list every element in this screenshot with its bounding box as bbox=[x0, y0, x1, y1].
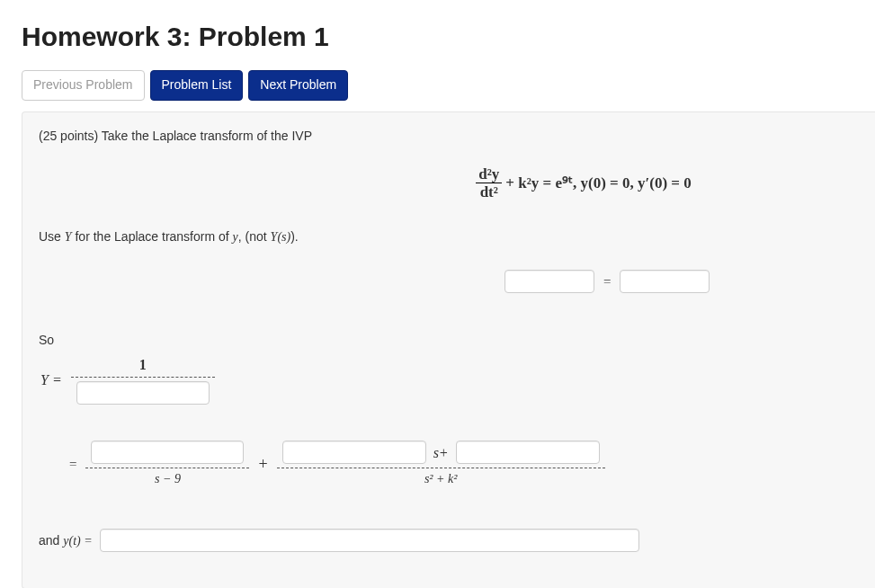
partial-fraction-row: = s − 9 + s+ s² + k² bbox=[69, 441, 859, 487]
problem-nav: Previous Problem Problem List Next Probl… bbox=[22, 70, 875, 101]
page-title: Homework 3: Problem 1 bbox=[22, 22, 875, 52]
fraction-over-s-minus-9: s − 9 bbox=[85, 441, 249, 487]
equals-sign: = bbox=[603, 274, 611, 290]
equals-sign-2: = bbox=[69, 457, 76, 472]
denominator-s-minus-9: s − 9 bbox=[149, 468, 186, 487]
numerator-3b-input[interactable] bbox=[456, 441, 600, 464]
next-problem-button[interactable]: Next Problem bbox=[248, 70, 348, 101]
problem-body: (25 points) Take the Laplace transform o… bbox=[22, 111, 875, 588]
previous-problem-button[interactable]: Previous Problem bbox=[22, 70, 145, 101]
y-of-t-input[interactable] bbox=[100, 529, 639, 552]
and-label: and bbox=[39, 533, 63, 548]
numerator-2-input[interactable] bbox=[91, 441, 244, 464]
Y-equals-first-fraction: Y = 1 bbox=[40, 356, 859, 405]
fraction-over-s2-plus-k2: s+ s² + k² bbox=[277, 441, 605, 487]
lhs-input[interactable] bbox=[504, 270, 594, 293]
ivp-equation: d²y dt² + k²y = e⁹ᵗ, y(0) = 0, y′(0) = 0 bbox=[39, 166, 859, 201]
Y-equals-label: Y = bbox=[40, 372, 62, 388]
problem-intro: (25 points) Take the Laplace transform o… bbox=[39, 129, 859, 143]
numerator-1: 1 bbox=[134, 356, 152, 377]
equation-rest: + k²y = e⁹ᵗ, y(0) = 0, y′(0) = 0 bbox=[505, 174, 692, 192]
s-plus-label: s+ bbox=[433, 444, 449, 461]
fraction-d2y-dt2: d²y dt² bbox=[476, 166, 502, 201]
denominator-s2-plus-k2: s² + k² bbox=[419, 468, 463, 487]
so-label: So bbox=[39, 333, 859, 347]
numerator-3a-input[interactable] bbox=[282, 441, 426, 464]
laplace-equation-inputs: = bbox=[39, 270, 859, 293]
problem-list-button[interactable]: Problem List bbox=[150, 70, 244, 101]
plus-sign: + bbox=[258, 455, 267, 474]
instruction-use-Y: Use Y for the Laplace transform of y, (n… bbox=[39, 229, 859, 245]
y-of-t-label: y(t) = bbox=[63, 534, 92, 548]
y-of-t-row: and y(t) = bbox=[39, 529, 859, 552]
denominator-1-input[interactable] bbox=[76, 381, 210, 405]
rhs-input[interactable] bbox=[620, 270, 710, 293]
